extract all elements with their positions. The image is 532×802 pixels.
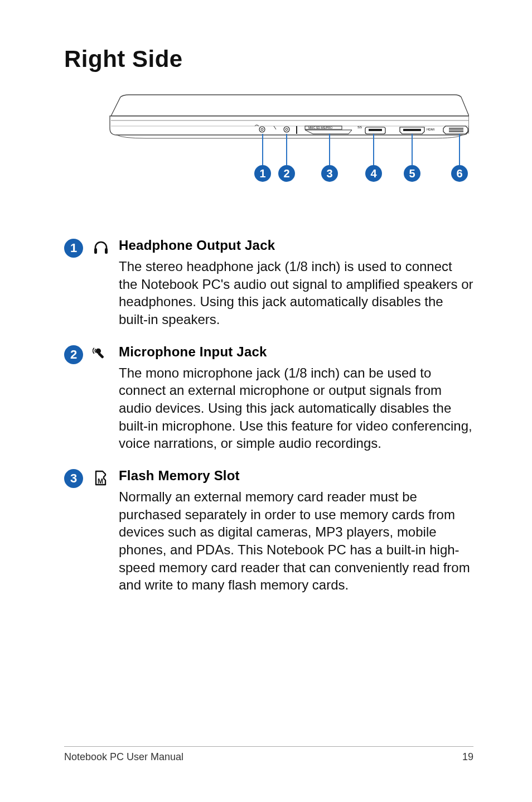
feature-item-1: 1 Headphone Output Jack The stereo headp…	[64, 238, 473, 328]
feature-item-2: 2 Microphone Input Jack The mono microph…	[64, 344, 473, 452]
feature-number: 2	[64, 345, 83, 364]
callout-number: 2	[278, 165, 295, 182]
page-footer: Notebook PC User Manual 19	[64, 746, 473, 763]
callout-leader-line	[373, 134, 374, 165]
svg-rect-20	[98, 352, 104, 359]
callout-leader-line	[329, 134, 330, 165]
page-number: 19	[462, 751, 473, 763]
svg-rect-17	[94, 248, 97, 254]
callout-number: 4	[365, 165, 382, 182]
page-title: Right Side	[64, 46, 473, 73]
callout-number: 3	[321, 165, 338, 182]
feature-title: Microphone Input Jack	[119, 344, 473, 360]
flash-memory-icon: M	[91, 468, 111, 488]
feature-description: Normally an external memory card reader …	[119, 488, 473, 594]
callout-number: 5	[404, 165, 420, 182]
feature-item-3: 3 M Flash Memory Slot Normally an extern…	[64, 468, 473, 594]
document-page: Right Side MMC.S	[0, 0, 532, 802]
callout-leader-line	[459, 134, 460, 165]
callout-leader-line	[412, 134, 413, 165]
diagram-callouts: 123456	[67, 94, 469, 200]
callout-number: 6	[451, 165, 468, 182]
headphone-icon	[91, 238, 111, 258]
feature-list: 1 Headphone Output Jack The stereo headp…	[64, 238, 473, 594]
svg-rect-18	[105, 248, 108, 254]
footer-text: Notebook PC User Manual	[64, 751, 183, 763]
feature-title: Headphone Output Jack	[119, 238, 473, 253]
callout-number: 1	[254, 165, 271, 182]
feature-description: The stereo headphone jack (1/8 inch) is …	[119, 258, 473, 328]
callout-leader-line	[262, 134, 263, 165]
feature-number: 1	[64, 239, 83, 258]
microphone-icon	[91, 344, 111, 364]
feature-title: Flash Memory Slot	[119, 468, 473, 484]
callout-leader-line	[286, 134, 287, 165]
feature-description: The mono microphone jack (1/8 inch) can …	[119, 364, 473, 452]
svg-text:M: M	[98, 477, 103, 485]
feature-number: 3	[64, 469, 83, 488]
laptop-side-diagram: MMC.SD.MS/PRO SS HDMI 123456	[67, 94, 469, 200]
